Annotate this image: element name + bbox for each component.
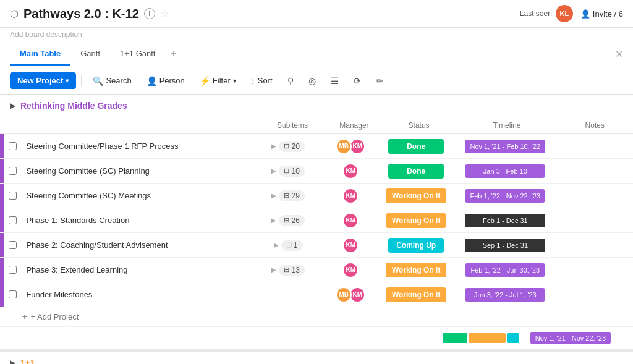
subitem-expand-icon[interactable]: ▶ — [271, 217, 276, 224]
invite-label: Invite / 6 — [593, 9, 623, 19]
more-button[interactable]: ✏ — [370, 73, 389, 89]
table-row[interactable]: Phase 1: Standards Creation⊕▶ ⊟ 26 KMWor… — [0, 208, 633, 233]
avatar-km: KM — [342, 188, 359, 204]
board-title-area: ⬡ Pathways 2.0 : K-12 i ☆ — [10, 7, 169, 21]
table-row[interactable]: Steering Committee (SC) Meetings⊕▶ ⊟ 29 … — [0, 184, 633, 208]
summary-bar-done — [443, 333, 467, 343]
row-checkbox[interactable] — [4, 241, 22, 249]
avatar-mb: MB — [336, 287, 352, 303]
row-manager: KM — [324, 210, 378, 231]
row-status[interactable]: Working On It — [378, 260, 455, 280]
row-timeline[interactable]: Nov 1, '21 - Feb 10, '22 — [455, 137, 556, 156]
row-manager: KM — [324, 260, 378, 281]
group-by-button[interactable]: ☰ — [325, 73, 345, 89]
tab-11-gantt[interactable]: 1+1 Gantt — [110, 43, 165, 66]
row-name: Steering Committee (SC) Meetings⊕ — [21, 186, 252, 206]
row-manager: MBKM — [324, 136, 378, 157]
tab-main-table[interactable]: Main Table — [10, 43, 70, 66]
row-status[interactable]: Coming Up — [378, 235, 455, 255]
tab-gantt-label: Gantt — [80, 49, 100, 58]
integrate-button[interactable]: ⟳ — [347, 73, 367, 89]
row-checkbox[interactable] — [4, 266, 22, 274]
row-status[interactable]: Done — [378, 137, 455, 156]
subitem-expand-icon[interactable]: ▶ — [271, 192, 276, 199]
group-rmg-header[interactable]: ▶ Rethinking Middle Grades — [0, 95, 633, 117]
person-button[interactable]: 👤 Person — [140, 73, 191, 89]
row-subitems[interactable]: ▶ ⊟ 10 — [252, 163, 323, 179]
row-name: Phase 1: Standards Creation⊕ — [21, 211, 252, 231]
row-checkbox[interactable] — [4, 192, 22, 200]
filter-button[interactable]: ⚡ Filter ▾ — [193, 73, 242, 89]
subitem-expand-icon[interactable]: ▶ — [271, 167, 276, 174]
timeline-badge: Feb 1, '22 - Nov 22, '23 — [465, 189, 545, 203]
row-subitems[interactable]: ▶ ⊟ 29 — [252, 188, 323, 204]
row-manager: KM — [324, 161, 378, 182]
row-subitems[interactable] — [252, 292, 323, 297]
group-11-header[interactable]: ▶ 1+1 — [0, 352, 633, 364]
table-row[interactable]: Phase 3: Extended Learning⊕▶ ⊟ 13 KMWork… — [0, 258, 633, 282]
row-timeline[interactable]: Feb 1 - Dec 31 — [455, 211, 556, 230]
row-status[interactable]: Working On It — [378, 211, 455, 231]
table-row[interactable]: Steering Committee (SC) Planning⊕▶ ⊟ 10 … — [0, 159, 633, 184]
summary-row-rmg: Nov 1, '21 - Nov 22, '23 — [0, 327, 633, 352]
col-subitems-label: Subitems — [257, 117, 328, 133]
row-checkbox[interactable] — [4, 216, 22, 224]
tab-gantt[interactable]: Gantt — [70, 43, 110, 66]
tab-11-gantt-label: 1+1 Gantt — [120, 49, 155, 58]
row-subitems[interactable]: ▶ ⊟ 20 — [252, 138, 323, 154]
hide-button[interactable]: ◎ — [302, 73, 322, 89]
row-notes — [556, 144, 633, 149]
status-badge: Working On It — [386, 213, 446, 228]
avatars-group: KM — [342, 213, 359, 229]
tab-close-button[interactable]: ✕ — [615, 48, 623, 60]
row-status[interactable]: Working On It — [378, 186, 455, 206]
status-badge: Working On It — [386, 287, 446, 302]
row-checkbox[interactable] — [4, 167, 22, 175]
row-subitems[interactable]: ▶ ⊟ 13 — [252, 262, 323, 278]
star-icon[interactable]: ☆ — [160, 8, 169, 20]
subitem-icon: ⊟ — [284, 216, 289, 224]
table-row[interactable]: Steering Committee/Phase 1 RFP Process⊕▶… — [0, 134, 633, 159]
row-status[interactable]: Done — [378, 161, 455, 181]
autofit-button[interactable]: ⚲ — [281, 73, 300, 89]
subitem-badge: ⊟ 1 — [281, 240, 303, 251]
group-rmg-toggle[interactable]: ▶ — [10, 101, 15, 110]
row-timeline[interactable]: Feb 1, '22 - Jun 30, '23 — [455, 261, 556, 279]
subitem-expand-icon[interactable]: ▶ — [274, 242, 279, 248]
row-timeline[interactable]: Feb 1, '22 - Nov 22, '23 — [455, 187, 556, 205]
board-description[interactable]: Add board description — [0, 28, 633, 41]
search-icon: 🔍 — [93, 76, 103, 86]
avatars-group: MBKM — [336, 138, 365, 154]
row-checkbox[interactable] — [4, 290, 22, 298]
subitem-icon: ⊟ — [284, 142, 289, 150]
col-timeline-label: Timeline — [457, 117, 556, 133]
rmg-rows: Steering Committee/Phase 1 RFP Process⊕▶… — [0, 134, 633, 307]
row-subitems[interactable]: ▶ ⊟ 1 — [252, 237, 323, 253]
search-button[interactable]: 🔍 Search — [87, 73, 137, 89]
group-11-toggle[interactable]: ▶ — [10, 358, 15, 364]
row-timeline[interactable]: Sep 1 - Dec 31 — [455, 236, 556, 255]
row-checkbox[interactable] — [4, 142, 22, 150]
sort-button[interactable]: ↕ Sort — [245, 73, 279, 89]
table-row[interactable]: Phase 2: Coaching/Student Advisement⊕▶ ⊟… — [0, 233, 633, 258]
row-timeline[interactable]: Jan 3, '22 - Jul 1, '23 — [455, 286, 556, 304]
new-project-button[interactable]: New Project ▾ — [10, 72, 76, 89]
autofit-icon: ⚲ — [287, 76, 294, 86]
hide-icon: ◎ — [308, 76, 316, 86]
avatar-km: KM — [342, 262, 359, 278]
table-row[interactable]: Funder Milestones⊕MBKMWorking On ItJan 3… — [0, 282, 633, 307]
add-project-rmg[interactable]: + + Add Project — [0, 307, 633, 327]
subitem-expand-icon[interactable]: ▶ — [271, 143, 276, 150]
avatar-km: KM — [342, 213, 359, 229]
tab-add-button[interactable]: + — [165, 41, 182, 67]
row-subitems[interactable]: ▶ ⊟ 26 — [252, 213, 323, 229]
info-icon[interactable]: i — [144, 8, 155, 19]
table-area[interactable]: ▶ Rethinking Middle Grades Subitems Mana… — [0, 95, 633, 364]
row-timeline[interactable]: Jan 3 - Feb 10 — [455, 162, 556, 180]
avatar-kl: KL — [556, 5, 573, 22]
invite-button[interactable]: 👤 Invite / 6 — [580, 9, 623, 19]
row-status[interactable]: Working On It — [378, 285, 455, 305]
row-manager: KM — [324, 235, 378, 256]
filter-icon: ⚡ — [200, 76, 210, 86]
subitem-expand-icon[interactable]: ▶ — [271, 266, 276, 273]
